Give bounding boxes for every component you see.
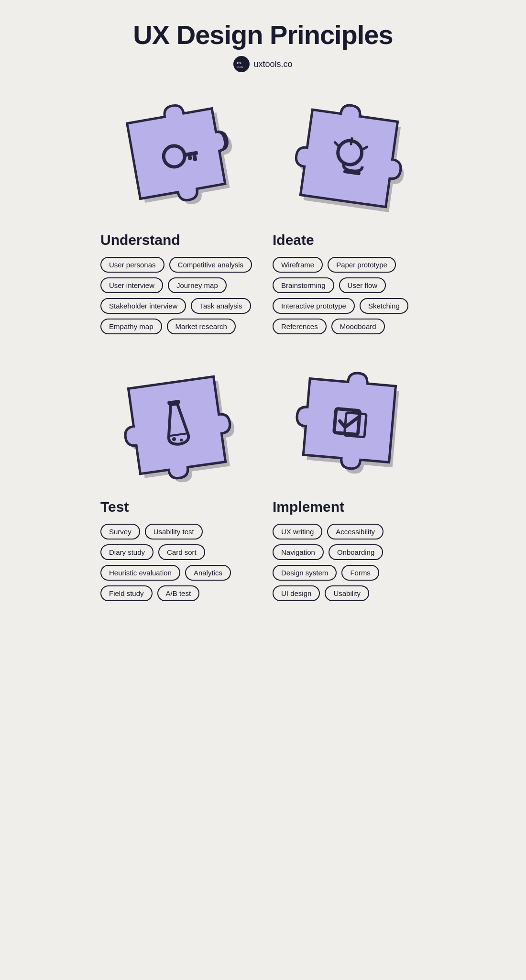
understand-title: Understand — [100, 232, 253, 248]
section-test: Test Survey Usability test Diary study C… — [100, 363, 253, 601]
section-implement: Implement UX writing Accessibility Navig… — [273, 363, 426, 601]
tag-user-flow: User flow — [339, 277, 386, 293]
tag-paper-prototype: Paper prototype — [328, 257, 396, 273]
ideate-tags: Wireframe Paper prototype Brainstorming … — [273, 257, 426, 334]
puzzle-test — [100, 363, 253, 487]
tag-ui-design: UI design — [273, 585, 320, 601]
puzzle-implement — [273, 363, 426, 487]
puzzle-understand — [100, 96, 253, 220]
tag-design-system: Design system — [273, 565, 337, 581]
svg-text:tools: tools — [237, 65, 243, 69]
tag-heuristic-evaluation: Heuristic evaluation — [100, 565, 180, 581]
tag-onboarding: Onboarding — [329, 544, 383, 560]
tag-diary-study: Diary study — [100, 544, 153, 560]
implement-tags: UX writing Accessibility Navigation Onbo… — [273, 524, 426, 601]
tag-market-research: Market research — [167, 319, 236, 334]
tag-moodboard: Moodboard — [331, 319, 385, 334]
understand-tags: User personas Competitive analysis User … — [100, 257, 253, 334]
section-understand: Understand User personas Competitive ana… — [100, 96, 253, 334]
tag-usability-test: Usability test — [145, 524, 203, 540]
test-title: Test — [100, 499, 253, 515]
tag-task-analysis: Task analysis — [191, 298, 251, 314]
tag-stakeholder-interview: Stakeholder interview — [100, 298, 186, 314]
puzzle-ideate — [273, 96, 426, 220]
sections-grid: Understand User personas Competitive ana… — [100, 96, 426, 601]
tag-journey-map: Journey map — [168, 277, 227, 293]
tag-usability: Usability — [325, 585, 369, 601]
svg-text:UX: UX — [237, 61, 241, 65]
tag-ab-test: A/B test — [157, 585, 200, 601]
tag-ux-writing: UX writing — [273, 524, 322, 540]
tag-navigation: Navigation — [273, 544, 324, 560]
page-title: UX Design Principles — [100, 19, 426, 50]
test-tags: Survey Usability test Diary study Card s… — [100, 524, 253, 601]
tag-card-sort: Card sort — [158, 544, 205, 560]
section-ideate: Ideate Wireframe Paper prototype Brainst… — [273, 96, 426, 334]
tag-references: References — [273, 319, 327, 334]
tag-accessibility: Accessibility — [327, 524, 384, 540]
tag-user-personas: User personas — [100, 257, 164, 273]
tag-empathy-map: Empathy map — [100, 319, 162, 334]
tag-forms: Forms — [341, 565, 379, 581]
implement-title: Implement — [273, 499, 426, 515]
brand-text: uxtools.co — [253, 59, 292, 69]
tag-analytics: Analytics — [185, 565, 231, 581]
tag-brainstorming: Brainstorming — [273, 277, 334, 293]
tag-competitive-analysis: Competitive analysis — [169, 257, 252, 273]
svg-rect-5 — [188, 156, 192, 160]
tag-interactive-prototype: Interactive prototype — [273, 298, 355, 314]
brand: UX tools uxtools.co — [100, 56, 426, 72]
tag-survey: Survey — [100, 524, 140, 540]
tag-wireframe: Wireframe — [273, 257, 323, 273]
brand-logo-icon: UX tools — [233, 56, 250, 72]
tag-user-interview: User interview — [100, 277, 163, 293]
tag-field-study: Field study — [100, 585, 153, 601]
ideate-title: Ideate — [273, 232, 426, 248]
svg-line-9 — [351, 138, 352, 144]
tag-sketching: Sketching — [360, 298, 408, 314]
